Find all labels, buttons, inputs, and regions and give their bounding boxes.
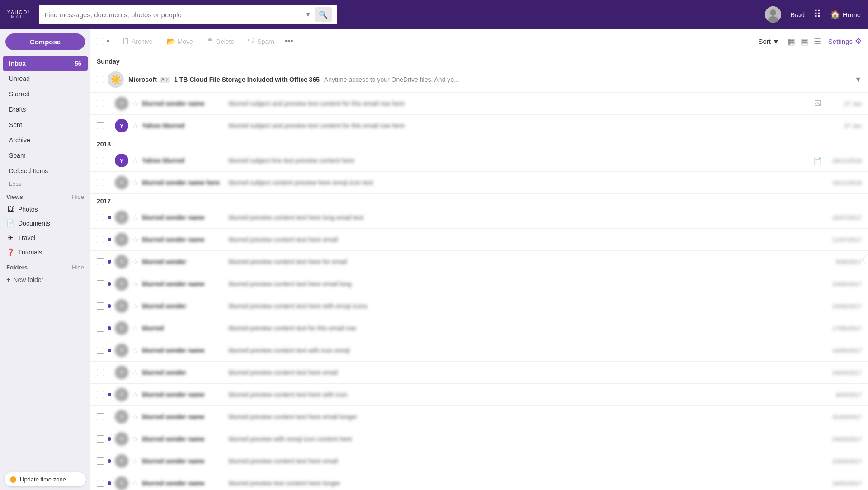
sidebar-item-travel[interactable]: ✈ Travel [0, 231, 90, 245]
table-row[interactable]: ? ☆ blurred sender name blurred preview … [90, 339, 868, 362]
compose-button[interactable]: Compose [5, 33, 85, 50]
unread-indicator [108, 371, 111, 374]
table-row[interactable]: Y ☆ Yahoo blurred blurred subject and pr… [90, 115, 868, 137]
gear-icon: ⚙ [855, 37, 862, 46]
avatar: Y [115, 119, 128, 132]
sender-name: blurred sender name [142, 457, 223, 465]
avatar: ? [115, 321, 128, 335]
table-row[interactable]: ? ☆ blurred sender name blurred preview … [90, 207, 868, 229]
email-checkbox[interactable] [97, 347, 104, 354]
more-actions-icon[interactable]: ••• [285, 37, 293, 46]
table-row[interactable]: ? ☆ blurred sender name blurred preview … [90, 472, 868, 490]
table-row[interactable]: ? ☆ blurred sender name blurred preview … [90, 273, 868, 295]
sidebar-item-tutorials[interactable]: ❓ Tutorials [0, 245, 90, 259]
sidebar-item-documents[interactable]: 📄 Documents [0, 216, 90, 231]
table-row[interactable]: ? ☆ blurred sender name blurred preview … [90, 229, 868, 251]
star-button[interactable]: ☆ [132, 457, 138, 466]
email-checkbox[interactable] [97, 157, 104, 164]
select-all-checkbox[interactable] [97, 38, 104, 45]
sidebar-item-spam[interactable]: Spam [3, 148, 88, 163]
star-button[interactable]: ☆ [132, 368, 138, 377]
table-row[interactable]: ? ☆ blurred sender name blurred subject … [90, 93, 868, 115]
star-button[interactable]: ☆ [132, 413, 138, 421]
table-row[interactable]: ? ☆ blurred blurred preview content text… [90, 317, 868, 339]
search-button[interactable]: 🔍 [315, 7, 332, 22]
email-checkbox[interactable] [97, 435, 104, 443]
star-button[interactable]: ☆ [132, 179, 138, 187]
star-button[interactable]: ☆ [132, 479, 138, 488]
star-button[interactable]: ☆ [132, 324, 138, 333]
folders-hide-link[interactable]: Hide [72, 264, 84, 271]
select-dropdown-icon[interactable]: ▼ [106, 39, 110, 44]
email-checkbox[interactable] [97, 302, 104, 310]
table-row[interactable]: ? ☆ blurred sender name blurred preview … [90, 428, 868, 450]
promo-checkbox[interactable] [97, 76, 104, 83]
star-button[interactable]: ☆ [132, 156, 138, 165]
views-hide-link[interactable]: Hide [72, 193, 84, 200]
star-button[interactable]: ☆ [132, 280, 138, 288]
update-timezone-bar[interactable]: Update time zone [5, 472, 86, 486]
unread-indicator [108, 349, 111, 352]
star-button[interactable]: ☆ [132, 391, 138, 399]
spam-button[interactable]: 🛡 Spam [245, 36, 277, 47]
star-button[interactable]: ☆ [132, 258, 138, 266]
archive-button[interactable]: 🗄 Archive [119, 36, 156, 47]
search-input[interactable] [44, 11, 305, 19]
apps-grid-icon[interactable]: ⠿ [814, 9, 821, 20]
sidebar-item-unread[interactable]: Unread [3, 71, 88, 86]
new-folder-link[interactable]: + New folder [0, 273, 90, 287]
inbox-badge: 56 [75, 60, 81, 67]
sidebar-item-archive[interactable]: Archive [3, 133, 88, 147]
email-checkbox[interactable] [97, 214, 104, 221]
table-row[interactable]: ? ☆ blurred sender blurred preview conte… [90, 295, 868, 317]
promo-expand-icon[interactable]: ▼ [854, 75, 862, 84]
sidebar-item-photos[interactable]: 🖼 Photos [0, 202, 90, 216]
sidebar-item-sent[interactable]: Sent [3, 118, 88, 132]
less-link[interactable]: Less [3, 179, 88, 189]
email-checkbox[interactable] [97, 100, 104, 107]
sidebar-item-deleted[interactable]: Deleted Items [3, 164, 88, 178]
move-button[interactable]: 📂 Move [164, 35, 196, 47]
star-button[interactable]: ☆ [132, 302, 138, 311]
search-dropdown-icon[interactable]: ▼ [305, 11, 311, 18]
email-checkbox[interactable] [97, 258, 104, 265]
sidebar-item-starred[interactable]: Starred [3, 87, 88, 101]
email-checkbox[interactable] [97, 280, 104, 287]
email-date: 4/04/2017 [826, 391, 862, 398]
unread-indicator [108, 304, 111, 308]
email-checkbox[interactable] [97, 457, 104, 465]
table-row[interactable]: ? ☆ blurred sender blurred preview conte… [90, 251, 868, 273]
settings-link[interactable]: Settings ⚙ [828, 37, 862, 46]
email-checkbox[interactable] [97, 369, 104, 376]
table-row[interactable]: ? ☆ blurred sender blurred preview conte… [90, 362, 868, 384]
email-checkbox[interactable] [97, 413, 104, 420]
compact-view-icon[interactable]: ▦ [787, 36, 796, 47]
promo-email-row[interactable]: ☀️ Microsoft AD 1 TB Cloud File Storage … [90, 67, 868, 93]
email-checkbox[interactable] [97, 179, 104, 186]
list-view-icon[interactable]: ☰ [813, 36, 822, 47]
star-button[interactable]: ☆ [132, 435, 138, 443]
table-row[interactable]: ? ☆ blurred sender name here blurred sub… [90, 172, 868, 194]
star-button[interactable]: ☆ [132, 122, 138, 130]
table-row[interactable]: ? ☆ blurred sender name blurred preview … [90, 450, 868, 472]
sender-name: blurred sender [142, 258, 223, 265]
sidebar-item-drafts[interactable]: Drafts [3, 102, 88, 117]
avatar: ? [115, 176, 128, 189]
table-row[interactable]: ? ☆ blurred sender name blurred preview … [90, 406, 868, 428]
star-button[interactable]: ☆ [132, 236, 138, 244]
star-button[interactable]: ☆ [132, 99, 138, 108]
home-link[interactable]: 🏠 Home [830, 9, 861, 19]
email-checkbox[interactable] [97, 480, 104, 487]
email-checkbox[interactable] [97, 325, 104, 332]
sidebar-item-inbox[interactable]: Inbox 56 [3, 56, 88, 71]
email-checkbox[interactable] [97, 236, 104, 243]
email-checkbox[interactable] [97, 122, 104, 129]
table-row[interactable]: ? ☆ blurred sender name blurred preview … [90, 384, 868, 406]
sort-button[interactable]: Sort ▼ [758, 38, 779, 45]
grid-view-icon[interactable]: ▤ [800, 36, 809, 47]
table-row[interactable]: Y ☆ Yahoo blurred blurred subject line t… [90, 150, 868, 172]
star-button[interactable]: ☆ [132, 346, 138, 355]
star-button[interactable]: ☆ [132, 213, 138, 222]
email-checkbox[interactable] [97, 391, 104, 398]
delete-button[interactable]: 🗑 Delete [204, 36, 237, 47]
